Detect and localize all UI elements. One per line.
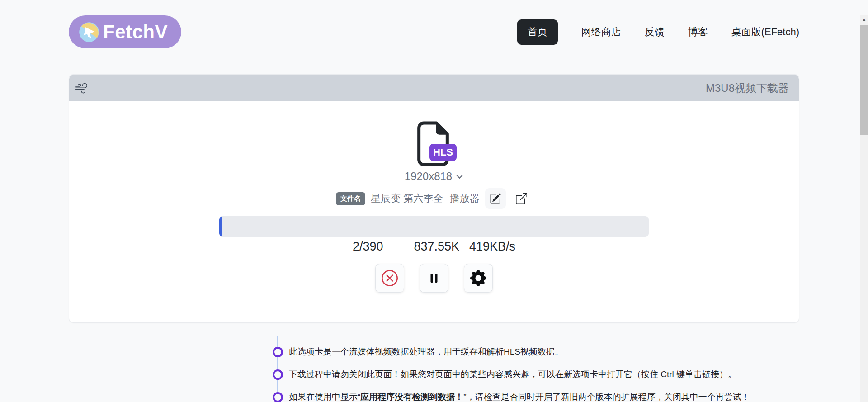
pause-button[interactable]	[420, 264, 448, 293]
progress-fill	[219, 216, 222, 237]
resolution-selector[interactable]: 1920x818	[405, 170, 463, 183]
stat-downloaded-size: 837.55K	[414, 240, 459, 254]
nav-item-feedback[interactable]: 反馈	[645, 25, 665, 39]
filename-label-badge: 文件名	[336, 192, 365, 205]
top-bar: FetchV 首页 网络商店 反馈 博客 桌面版(EFetch)	[69, 15, 799, 48]
filename-row: 文件名 星辰变 第六季全--播放器	[336, 188, 532, 209]
stat-speed: 419KB/s	[469, 240, 515, 254]
progress-bar	[219, 216, 649, 237]
card-title: M3U8视频下载器	[706, 81, 789, 95]
tips-list: 此选项卡是一个流媒体视频数据处理器，用于缓存和解析HLS视频数据。 下载过程中请…	[273, 344, 797, 402]
tip-row-1: 此选项卡是一个流媒体视频数据处理器，用于缓存和解析HLS视频数据。	[273, 344, 797, 360]
nav-item-blog[interactable]: 博客	[688, 25, 708, 39]
card-body: HLS 1920x818 文件名 星辰变 第六季全--播放器	[69, 101, 799, 293]
card-header: M3U8视频下载器	[69, 75, 799, 101]
vertical-scrollbar[interactable]: ▲ ▼	[860, 15, 868, 402]
x-circle-icon	[381, 269, 399, 287]
brand-name: FetchV	[103, 21, 168, 43]
stat-segments: 2/390	[353, 240, 383, 254]
tip-text-3: 如果在使用中显示“应用程序没有检测到数据！”，请检查是否同时开启了新旧两个版本的…	[289, 391, 750, 402]
scroll-up-arrow-icon[interactable]: ▲	[860, 15, 868, 23]
filename-text: 星辰变 第六季全--播放器	[371, 192, 480, 205]
file-block: HLS	[416, 121, 452, 166]
edit-filename-button[interactable]	[485, 188, 506, 209]
cancel-button[interactable]	[375, 264, 404, 293]
tip-row-2: 下载过程中请勿关闭此页面！如果您对页面中的某些内容感兴趣，可以在新选项卡中打开它…	[273, 366, 797, 383]
pause-icon	[427, 271, 441, 285]
logo[interactable]: FetchV	[69, 15, 181, 48]
downloader-card: M3U8视频下载器 HLS 1920x818	[69, 74, 799, 323]
open-external-button[interactable]	[511, 188, 532, 209]
external-link-icon	[516, 193, 527, 204]
settings-button[interactable]	[464, 264, 493, 293]
tip-text-2: 下载过程中请勿关闭此页面！如果您对页面中的某些内容感兴趣，可以在新选项卡中打开它…	[289, 369, 736, 380]
gear-icon	[470, 270, 486, 286]
nav-item-webstore[interactable]: 网络商店	[581, 25, 621, 39]
circle-bullet-icon	[273, 392, 283, 402]
control-buttons	[375, 264, 493, 293]
main-nav: 首页 网络商店 反馈 博客 桌面版(EFetch)	[517, 19, 799, 45]
scrollbar-thumb[interactable]	[860, 25, 868, 135]
wind-icon	[75, 82, 87, 94]
nav-item-desktop-version[interactable]: 桌面版(EFetch)	[731, 25, 799, 39]
logo-play-icon	[77, 20, 101, 44]
pencil-square-icon	[490, 193, 501, 204]
chevron-down-icon	[456, 173, 463, 180]
circle-bullet-icon	[273, 369, 283, 380]
download-stats: 2/390 837.55K 419KB/s	[353, 240, 515, 254]
nav-item-home[interactable]: 首页	[517, 19, 558, 45]
circle-bullet-icon	[273, 347, 283, 357]
resolution-value: 1920x818	[405, 170, 452, 183]
hls-format-badge: HLS	[429, 144, 457, 161]
tip-text-1: 此选项卡是一个流媒体视频数据处理器，用于缓存和解析HLS视频数据。	[289, 346, 563, 358]
tip-row-3: 如果在使用中显示“应用程序没有检测到数据！”，请检查是否同时开启了新旧两个版本的…	[273, 389, 797, 402]
page: FetchV 首页 网络商店 反馈 博客 桌面版(EFetch) M3U8视频下…	[0, 15, 868, 402]
